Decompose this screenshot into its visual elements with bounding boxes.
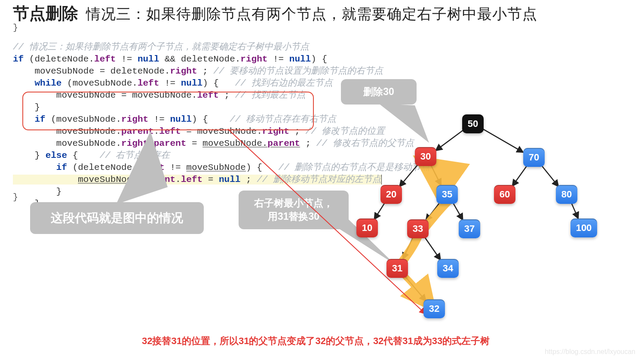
svg-line-4 xyxy=(512,165,527,186)
tree-node-34: 34 xyxy=(437,259,459,278)
svg-line-10 xyxy=(403,237,413,259)
code-line: if (deleteNode.left != null && deleteNod… xyxy=(13,54,327,64)
tree-node-100: 100 xyxy=(570,218,597,237)
page-title: 节点删除 情况三：如果待删除节点有两个节点，就需要确定右子树中最小节点 xyxy=(13,3,537,25)
footer-explanation: 32接替31的位置，所以31的父节点变成了32的父节点，32代替31成为33的式… xyxy=(142,335,490,348)
callout-text: 删除30 xyxy=(363,86,394,97)
tree-node-33: 33 xyxy=(407,219,429,238)
code-block: // 情况三：如果待删除节点有两个子节点，就需要确定右子树中最小节点 if (d… xyxy=(13,29,430,222)
tree-node-80: 80 xyxy=(556,185,577,204)
title-main: 节点删除 xyxy=(13,3,78,25)
svg-line-12 xyxy=(404,275,426,301)
callout-text: 右子树最小节点， xyxy=(254,197,333,209)
svg-line-9 xyxy=(571,203,578,219)
title-sub: 情况三：如果待删除节点有两个节点，就需要确定右子树中最小节点 xyxy=(86,4,537,24)
tree-node-32: 32 xyxy=(423,299,445,318)
tree-node-37: 37 xyxy=(459,219,480,238)
tree-node-50: 50 xyxy=(462,114,484,133)
code-line: if (deleteNode.right != moveSubNode) { /… xyxy=(13,163,430,172)
tree-node-30: 30 xyxy=(415,147,436,166)
tree-node-10: 10 xyxy=(356,218,378,237)
code-line: moveSubNode.right.parent = moveSubNode.p… xyxy=(13,138,414,148)
callout-this-code: 这段代码就是图中的情况 xyxy=(30,202,204,234)
code-line: } xyxy=(13,102,40,112)
code-line: moveSubNode.parent.left = moveSubNode.ri… xyxy=(13,126,385,136)
tree-node-31: 31 xyxy=(386,259,408,278)
svg-line-3 xyxy=(431,165,441,185)
code-line: } xyxy=(13,187,61,197)
svg-line-1 xyxy=(482,129,523,153)
callout-replace-31: 右子树最小节点， 用31替换30 xyxy=(239,191,349,229)
svg-line-0 xyxy=(435,129,464,151)
code-line: if (moveSubNode.right != null) { // 移动节点… xyxy=(13,114,336,124)
code-line: moveSubNode = moveSubNode.left ; // 找到最左… xyxy=(13,90,306,100)
close-brace: } xyxy=(13,192,18,202)
watermark: https://blog.csdn.net/lxyoucan xyxy=(545,348,635,356)
tree-node-70: 70 xyxy=(523,148,545,167)
code-line: // 情况三：如果待删除节点有两个子节点，就需要确定右子树中最小节点 xyxy=(13,42,309,52)
callout-text: 用31替换30 xyxy=(268,211,319,222)
svg-line-11 xyxy=(424,237,441,260)
callout-text: 这段代码就是图中的情况 xyxy=(51,211,183,225)
code-line: moveSubNode.parent.left = null ; // 删除移动… xyxy=(13,175,382,185)
code-line: while (moveSubNode.left != null) { // 找到… xyxy=(13,78,333,88)
code-line: } else { // 右节点不存在 xyxy=(13,151,170,160)
tree-node-35: 35 xyxy=(436,185,458,204)
code-line: moveSubNode = deleteNode.right ; // 要移动的… xyxy=(13,66,383,76)
tree-node-20: 20 xyxy=(380,185,402,204)
callout-delete-30: 删除30 xyxy=(341,79,417,105)
svg-line-5 xyxy=(541,164,559,187)
tree-node-60: 60 xyxy=(494,185,515,204)
svg-line-8 xyxy=(453,202,463,220)
